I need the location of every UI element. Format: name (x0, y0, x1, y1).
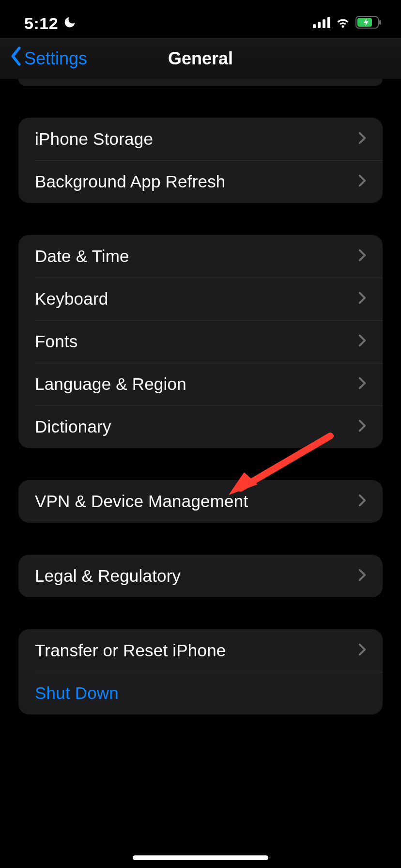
settings-group-storage: iPhone Storage Background App Refresh (18, 118, 383, 203)
cellular-signal-icon (313, 16, 330, 30)
settings-group-reset: Transfer or Reset iPhone Shut Down (18, 629, 383, 714)
row-label: VPN & Device Management (35, 492, 248, 511)
row-label: Date & Time (35, 247, 129, 266)
row-language-region[interactable]: Language & Region (18, 363, 383, 405)
page-title: General (168, 48, 233, 69)
row-iphone-storage[interactable]: iPhone Storage (18, 118, 383, 160)
svg-rect-1 (318, 22, 321, 28)
row-label: Dictionary (35, 417, 111, 436)
row-label: Keyboard (35, 289, 108, 309)
row-dictionary[interactable]: Dictionary (18, 405, 383, 448)
row-fonts[interactable]: Fonts (18, 320, 383, 363)
status-left: 5:12 (24, 14, 77, 33)
partial-previous-group (18, 79, 383, 86)
chevron-right-icon (358, 377, 366, 391)
row-label: Language & Region (35, 374, 186, 394)
row-label: Shut Down (35, 683, 119, 703)
settings-group-vpn: VPN & Device Management (18, 480, 383, 523)
svg-rect-0 (313, 24, 316, 28)
row-label: Transfer or Reset iPhone (35, 641, 226, 660)
chevron-right-icon (358, 643, 366, 658)
status-bar: 5:12 (0, 9, 401, 38)
content: iPhone Storage Background App Refresh Da… (0, 79, 401, 714)
chevron-right-icon (358, 174, 366, 189)
chevron-right-icon (358, 494, 366, 509)
row-label: iPhone Storage (35, 129, 153, 149)
battery-charging-icon (355, 16, 382, 31)
row-background-app-refresh[interactable]: Background App Refresh (18, 160, 383, 203)
moon-icon (63, 16, 77, 31)
row-vpn-device-management[interactable]: VPN & Device Management (18, 480, 383, 523)
chevron-right-icon (358, 569, 366, 583)
row-keyboard[interactable]: Keyboard (18, 278, 383, 320)
row-label: Fonts (35, 332, 78, 351)
wifi-icon (335, 16, 351, 30)
row-legal-regulatory[interactable]: Legal & Regulatory (18, 555, 383, 597)
status-time: 5:12 (24, 14, 58, 33)
chevron-left-icon (10, 46, 22, 70)
svg-rect-2 (323, 19, 325, 28)
row-label: Background App Refresh (35, 172, 226, 191)
home-indicator[interactable] (133, 855, 268, 860)
settings-group-legal: Legal & Regulatory (18, 555, 383, 597)
row-date-time[interactable]: Date & Time (18, 235, 383, 278)
row-label: Legal & Regulatory (35, 566, 181, 586)
svg-rect-3 (327, 17, 330, 28)
chevron-right-icon (358, 334, 366, 349)
chevron-right-icon (358, 292, 366, 306)
back-button[interactable]: Settings (10, 46, 87, 70)
settings-group-region: Date & Time Keyboard Fonts Language & Re… (18, 235, 383, 448)
status-right (313, 16, 382, 31)
svg-rect-6 (379, 20, 381, 25)
row-shut-down[interactable]: Shut Down (18, 672, 383, 714)
chevron-right-icon (358, 419, 366, 434)
chevron-right-icon (358, 132, 366, 146)
row-transfer-reset[interactable]: Transfer or Reset iPhone (18, 629, 383, 672)
nav-bar: Settings General (0, 38, 401, 79)
back-label: Settings (24, 48, 87, 69)
chevron-right-icon (358, 249, 366, 264)
